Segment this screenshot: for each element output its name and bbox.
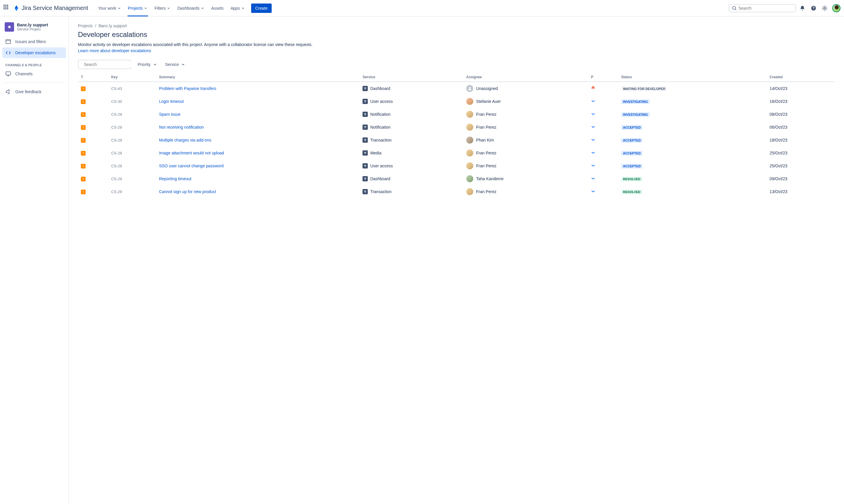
col-priority[interactable]: P xyxy=(588,73,618,82)
filter-priority[interactable]: Priority xyxy=(137,60,158,69)
issue-summary-link[interactable]: Problem with Paywise transfers xyxy=(159,86,216,91)
user-avatar[interactable] xyxy=(832,4,841,12)
status-badge[interactable]: WAITING FOR DEVELOPER xyxy=(621,87,667,91)
table-row[interactable]: !CS-29Cannot sign up for new productTran… xyxy=(78,185,834,198)
sidebar-feedback[interactable]: Give feedback xyxy=(2,87,66,97)
issue-summary-link[interactable]: Not receiving notification xyxy=(159,125,204,129)
status-badge[interactable]: ACCEPTED xyxy=(621,138,643,143)
learn-more-link[interactable]: Learn more about developer escalations xyxy=(78,48,151,53)
notifications-icon[interactable] xyxy=(799,5,806,12)
table-row[interactable]: !CS-29Not receiving notificationNotifica… xyxy=(78,121,834,133)
settings-icon[interactable] xyxy=(821,5,828,12)
table-row[interactable]: !CS-29Image attachment would not uploadM… xyxy=(78,146,834,159)
created-date: 06/Oct/23 xyxy=(767,121,834,133)
assignee-avatar[interactable] xyxy=(466,111,473,118)
issue-type-icon: ! xyxy=(81,99,86,104)
assignee-avatar[interactable] xyxy=(466,175,473,182)
breadcrumb: Projects / Banc.ly support xyxy=(78,23,834,28)
issue-key[interactable]: CS-30 xyxy=(108,95,156,108)
priority-icon xyxy=(591,112,595,116)
assignee-avatar[interactable] xyxy=(466,98,473,105)
col-key[interactable]: Key xyxy=(108,73,156,82)
table-row[interactable]: !CS-29SSO user cannot change passwordUse… xyxy=(78,159,834,172)
issue-key[interactable]: CS-29 xyxy=(108,172,156,185)
status-badge[interactable]: INVESTIGATING xyxy=(621,99,650,104)
issue-summary-link[interactable]: Cannot sign up for new product xyxy=(159,189,216,194)
create-button[interactable]: Create xyxy=(251,3,272,13)
issue-key[interactable]: CS-29 xyxy=(108,108,156,121)
issue-summary-link[interactable]: Spam issue xyxy=(159,112,181,116)
col-assignee[interactable]: Assignee xyxy=(463,73,588,82)
col-service[interactable]: Service xyxy=(360,73,463,82)
svg-point-3 xyxy=(824,7,826,9)
service-name: Dashboard xyxy=(370,86,390,91)
service-name: Transaction xyxy=(370,189,392,194)
global-search[interactable] xyxy=(729,4,796,12)
issue-key[interactable]: CS-29 xyxy=(108,159,156,172)
table-row[interactable]: !CS-43Problem with Paywise transfersDash… xyxy=(78,82,834,95)
svg-point-10 xyxy=(469,87,471,89)
col-type[interactable]: T xyxy=(78,73,108,82)
issue-key[interactable]: CS-29 xyxy=(108,146,156,159)
breadcrumb-projects[interactable]: Projects xyxy=(78,23,93,28)
table-row[interactable]: !CS-29Multiple charges via add-onsTransa… xyxy=(78,133,834,146)
assignee-avatar[interactable] xyxy=(466,124,473,131)
assignee-avatar[interactable] xyxy=(466,162,473,169)
priority-icon xyxy=(591,176,595,181)
service-name: Notification xyxy=(370,125,390,129)
filter-search[interactable] xyxy=(78,60,131,69)
assignee-name: Fran Perez xyxy=(476,112,497,116)
assignee-avatar[interactable] xyxy=(466,137,473,144)
col-status[interactable]: Status xyxy=(618,73,767,82)
table-row[interactable]: !CS-29Reporting timeoutDashboardTaha Kan… xyxy=(78,172,834,185)
sidebar-channels[interactable]: Channels xyxy=(2,69,66,79)
nav-assets[interactable]: Assets xyxy=(208,0,227,16)
sidebar-issues[interactable]: Issues and filters xyxy=(2,36,66,47)
sidebar-item-label: Give feedback xyxy=(15,89,42,94)
filter-search-input[interactable] xyxy=(84,62,135,67)
nav-dashboards[interactable]: Dashboards xyxy=(174,0,207,16)
assignee-name: Fran Perez xyxy=(476,125,497,129)
nav-your-work[interactable]: Your work xyxy=(95,0,124,16)
status-badge[interactable]: RESOLVED xyxy=(621,190,642,194)
status-badge[interactable]: INVESTIGATING xyxy=(621,112,650,117)
table-row[interactable]: !CS-30Login timeoutUser accessStefanie A… xyxy=(78,95,834,108)
monitor-icon xyxy=(5,71,11,77)
priority-icon xyxy=(591,138,595,142)
breadcrumb-current[interactable]: Banc.ly support xyxy=(98,23,127,28)
issue-key[interactable]: CS-29 xyxy=(108,133,156,146)
global-search-input[interactable] xyxy=(738,6,792,11)
service-icon xyxy=(362,150,368,156)
table-row[interactable]: !CS-29Spam issueNotificationFran PerezIN… xyxy=(78,108,834,121)
assignee-avatar[interactable] xyxy=(466,188,473,195)
issue-summary-link[interactable]: Image attachment would not upload xyxy=(159,150,224,155)
col-summary[interactable]: Summary xyxy=(156,73,360,82)
col-created[interactable]: Created xyxy=(767,73,834,82)
status-badge[interactable]: ACCEPTED xyxy=(621,125,643,130)
issue-key[interactable]: CS-29 xyxy=(108,121,156,133)
issue-summary-link[interactable]: Reporting timeout xyxy=(159,176,192,181)
app-switcher-icon[interactable] xyxy=(3,5,11,12)
status-badge[interactable]: ACCEPTED xyxy=(621,151,643,156)
status-badge[interactable]: RESOLVED xyxy=(621,177,642,181)
issue-summary-link[interactable]: Login timeout xyxy=(159,99,184,104)
product-logo[interactable]: Jira Service Management xyxy=(13,5,88,12)
project-header[interactable]: Banc.ly support Service Project xyxy=(2,22,66,36)
nav-filters[interactable]: Filters xyxy=(151,0,173,16)
nav-apps[interactable]: Apps xyxy=(228,0,248,16)
issue-summary-link[interactable]: SSO user cannot change password xyxy=(159,163,223,168)
issue-summary-link[interactable]: Multiple charges via add-ons xyxy=(159,138,211,142)
assignee-name: Fran Perez xyxy=(476,163,497,168)
issue-key[interactable]: CS-29 xyxy=(108,185,156,198)
help-icon[interactable]: ? xyxy=(810,5,817,12)
filter-service[interactable]: Service xyxy=(164,60,187,69)
issue-key[interactable]: CS-43 xyxy=(108,82,156,95)
issue-type-icon: ! xyxy=(81,125,86,130)
created-date: 16/Oct/23 xyxy=(767,95,834,108)
nav-projects[interactable]: Projects xyxy=(125,0,151,16)
sidebar-developer-escalations[interactable]: Developer escalations xyxy=(2,48,66,58)
assignee-avatar[interactable] xyxy=(466,85,473,92)
created-date: 25/Oct/23 xyxy=(767,159,834,172)
status-badge[interactable]: ACCEPTED xyxy=(621,164,643,168)
assignee-avatar[interactable] xyxy=(466,149,473,157)
